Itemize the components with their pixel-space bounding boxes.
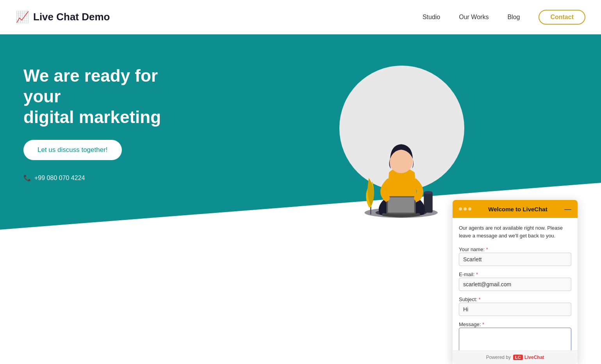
hero-title: We are ready for your digital marketing bbox=[23, 66, 180, 127]
name-field-group: Your name: * bbox=[459, 246, 571, 261]
illustration-person bbox=[343, 105, 460, 222]
dot-1 bbox=[459, 207, 462, 211]
livechat-dots bbox=[459, 207, 471, 211]
hero-cta-button[interactable]: Let us discuss together! bbox=[23, 140, 122, 160]
livechat-title: Welcome to LiveChat bbox=[471, 206, 564, 212]
dot-3 bbox=[468, 207, 471, 211]
minimize-button[interactable]: — bbox=[564, 205, 571, 212]
hero-content: We are ready for your digital marketing … bbox=[0, 34, 203, 197]
livechat-header: Welcome to LiveChat — bbox=[453, 200, 578, 218]
svg-point-3 bbox=[424, 191, 433, 194]
navigation: Studio Our Works Blog Contact bbox=[423, 10, 585, 25]
livechat-intro: Our agents are not available right now. … bbox=[459, 224, 571, 239]
logo-icon: 📈 bbox=[16, 11, 29, 23]
name-input[interactable] bbox=[459, 253, 571, 261]
livechat-widget: Welcome to LiveChat — Our agents are not… bbox=[453, 200, 578, 261]
svg-rect-6 bbox=[388, 197, 414, 212]
contact-button[interactable]: Contact bbox=[539, 10, 585, 25]
hero-phone: 📞 +99 080 070 4224 bbox=[23, 174, 180, 182]
dot-2 bbox=[464, 207, 467, 211]
name-required: * bbox=[486, 246, 488, 252]
svg-rect-2 bbox=[424, 193, 433, 213]
phone-number: +99 080 070 4224 bbox=[34, 175, 85, 182]
nav-studio[interactable]: Studio bbox=[423, 14, 440, 21]
name-label: Your name: * bbox=[459, 246, 488, 252]
livechat-body: Our agents are not available right now. … bbox=[453, 218, 578, 261]
phone-icon: 📞 bbox=[23, 174, 31, 182]
nav-our-works[interactable]: Our Works bbox=[459, 14, 489, 21]
nav-blog[interactable]: Blog bbox=[507, 14, 520, 21]
logo-text: Live Chat Demo bbox=[33, 11, 110, 23]
logo[interactable]: 📈 Live Chat Demo bbox=[16, 11, 110, 23]
header: 📈 Live Chat Demo Studio Our Works Blog C… bbox=[0, 0, 601, 34]
